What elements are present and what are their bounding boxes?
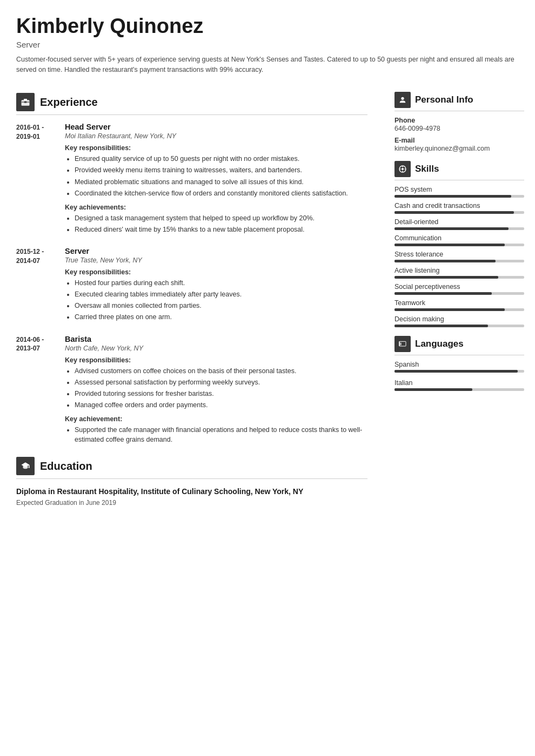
experience-divider [16,114,367,115]
skill-item-6: Social perceptiveness [394,283,524,295]
skill-name-8: Decision making [394,315,524,323]
responsibility-1-1: Executed clearing tables immediately aft… [75,289,367,299]
responsibility-2-3: Managed coffee orders and order payments… [75,400,367,410]
achievement-2-0: Supported the cafe manager with financia… [75,425,367,444]
skill-name-2: Detail-oriented [394,218,524,226]
skill-bar-bg-3 [394,244,524,246]
achievements-label-2: Key achievement: [65,415,367,423]
experience-entry-2: 2014-06 - 2013-07BaristaNorth Cafe, New … [16,335,367,447]
skill-name-4: Stress tolerance [394,251,524,258]
skill-bar-fill-6 [394,292,492,295]
skill-bar-fill-8 [394,325,488,327]
education-icon [16,457,35,475]
responsibility-1-3: Carried three plates on one arm. [75,312,367,322]
email-label: E-mail [394,137,524,144]
responsibility-2-1: Assessed personal satisfaction by perfor… [75,377,367,387]
skill-item-4: Stress tolerance [394,251,524,262]
skill-bar-fill-1 [394,211,514,214]
skill-item-2: Detail-oriented [394,218,524,230]
responsibility-0-2: Mediated problematic situations and mana… [75,177,367,187]
candidate-summary: Customer-focused server with 5+ years of… [16,55,519,75]
skills-icon [394,161,411,177]
languages-divider [394,355,524,355]
languages-section-title: Languages [415,339,464,349]
company-1: True Taste, New York, NY [65,256,367,264]
skills-divider [394,180,524,180]
skill-item-8: Decision making [394,315,524,327]
responsibility-0-3: Coordinated the kitchen-service flow of … [75,188,367,198]
experience-entries: 2016-01 - 2019-01Head ServerMoi Italian … [16,123,367,446]
lang-bar-bg-0 [394,370,524,373]
achievements-list-0: Designed a task management system that h… [65,213,367,234]
languages-list: SpanishItalian [394,361,524,391]
svg-rect-1 [24,99,27,100]
experience-entry-1: 2015-12 - 2014-07ServerTrue Taste, New Y… [16,247,367,324]
achievements-label-0: Key achievements: [65,204,367,211]
languages-section-header: Languages [394,336,524,352]
achievement-0-0: Designed a task management system that h… [75,213,367,223]
svg-point-10 [402,168,404,170]
exp-date-1: 2015-12 - 2014-07 [16,247,65,324]
lang-item-0: Spanish [394,361,524,373]
skill-bar-fill-3 [394,244,505,246]
exp-content-0: Head ServerMoi Italian Restaurant, New Y… [65,123,367,236]
resume-header: Kimberly Quinonez Server Customer-focuse… [0,0,535,83]
experience-icon [16,93,35,111]
responsibilities-label-2: Key responsibilities: [65,356,367,364]
company-2: North Cafe, New York, NY [65,345,367,352]
skill-name-3: Communication [394,234,524,242]
job-title-2: Barista [65,335,367,343]
skill-bar-bg-2 [394,227,524,230]
responsibilities-label-0: Key responsibilities: [65,144,367,152]
skill-bar-bg-5 [394,276,524,279]
candidate-name: Kimberly Quinonez [16,15,519,38]
personal-info-icon [394,92,411,108]
skill-item-3: Communication [394,234,524,246]
languages-icon [394,336,411,352]
education-entry-0: Diploma in Restaurant Hospitality, Insti… [16,487,367,507]
skill-bar-fill-4 [394,260,496,262]
candidate-title: Server [16,40,519,49]
responsibility-1-0: Hosted four parties during each shift. [75,278,367,288]
svg-rect-4 [24,102,27,103]
skill-item-5: Active listening [394,267,524,279]
skill-bar-bg-0 [394,195,524,198]
svg-point-7 [29,467,30,468]
personal-info-divider [394,111,524,111]
skill-name-1: Cash and credit transactions [394,202,524,210]
edu-title-0: Diploma in Restaurant Hospitality, Insti… [16,487,367,497]
experience-entry-0: 2016-01 - 2019-01Head ServerMoi Italian … [16,123,367,236]
lang-name-1: Italian [394,379,524,387]
skill-name-6: Social perceptiveness [394,283,524,291]
lang-name-0: Spanish [394,361,524,368]
experience-section-header: Experience [16,93,367,111]
job-title-1: Server [65,247,367,255]
education-divider [16,478,367,479]
personal-info-header: Personal Info [394,92,524,108]
skill-name-0: POS system [394,186,524,193]
edu-date-0: Expected Graduation in June 2019 [16,499,367,507]
skill-item-0: POS system [394,186,524,198]
experience-section-title: Experience [40,96,98,109]
exp-date-2: 2014-06 - 2013-07 [16,335,65,447]
right-column: Personal Info Phone 646-0099-4978 E-mail… [384,83,535,514]
personal-info-title: Personal Info [415,94,473,105]
svg-rect-15 [399,342,406,347]
achievement-0-1: Reduced diners' wait time by 15% thanks … [75,225,367,234]
company-0: Moi Italian Restaurant, New York, NY [65,132,367,140]
exp-date-0: 2016-01 - 2019-01 [16,123,65,236]
achievements-list-2: Supported the cafe manager with financia… [65,425,367,444]
responsibility-0-0: Ensured quality service of up to 50 gues… [75,154,367,164]
skill-bar-bg-7 [394,308,524,311]
skill-name-5: Active listening [394,267,524,274]
skills-section-title: Skills [415,164,439,174]
phone-value: 646-0099-4978 [394,125,524,132]
responsibilities-list-1: Hosted four parties during each shift.Ex… [65,278,367,322]
skill-bar-fill-7 [394,308,505,311]
responsibilities-label-1: Key responsibilities: [65,268,367,276]
exp-content-1: ServerTrue Taste, New York, NYKey respon… [65,247,367,324]
responsibilities-list-2: Advised customers on coffee choices on t… [65,366,367,410]
education-section-header: Education [16,457,367,475]
responsibility-2-0: Advised customers on coffee choices on t… [75,366,367,376]
main-layout: Experience 2016-01 - 2019-01Head ServerM… [0,83,535,530]
